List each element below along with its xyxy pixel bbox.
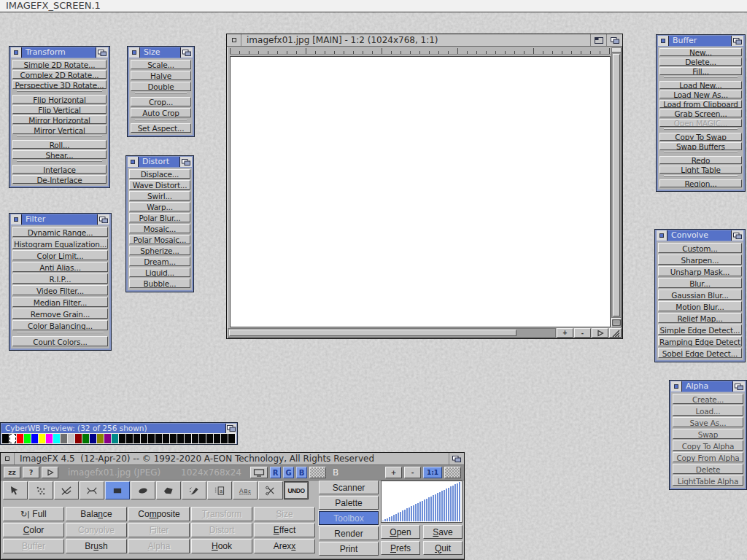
palette-button[interactable]: Polar Mosaic... — [129, 235, 190, 244]
palette-button[interactable]: Swap — [673, 429, 743, 439]
quit-button[interactable]: Quit — [423, 541, 462, 555]
color-swatch[interactable] — [133, 434, 140, 443]
zoom-in-button[interactable]: + — [557, 328, 573, 338]
zoom-ratio-button[interactable]: 1:1 — [423, 467, 442, 478]
color-swatch[interactable] — [2, 434, 9, 443]
scanner-button[interactable]: Scanner — [319, 481, 379, 494]
color-swatch[interactable] — [17, 434, 23, 443]
color-swatch[interactable] — [104, 434, 111, 443]
green-channel-button[interactable]: G — [283, 467, 294, 478]
palette-button[interactable]: Mirror Vertical — [12, 125, 107, 134]
color-swatch[interactable] — [214, 434, 220, 443]
palette-button[interactable]: Scale... — [131, 60, 191, 69]
close-icon[interactable] — [11, 47, 22, 58]
ellipse-tool[interactable] — [131, 481, 155, 499]
palette-button[interactable]: Color Limit... — [12, 250, 108, 260]
color-swatch[interactable] — [24, 434, 31, 443]
prefs-button[interactable]: Prefs — [381, 541, 420, 555]
alpha-button[interactable]: Alpha — [128, 539, 190, 553]
panel-toggle-button[interactable] — [611, 318, 622, 327]
palette-button[interactable]: Swirl... — [129, 191, 190, 201]
depth-gadget-icon[interactable] — [180, 47, 193, 58]
palette-button[interactable]: Ramping Edge Detect — [658, 336, 742, 346]
depth-gadget-icon[interactable] — [732, 381, 745, 392]
palette-button[interactable]: Displace... — [129, 169, 190, 179]
macro-play-button[interactable] — [42, 467, 58, 478]
palette-button[interactable]: Load... — [673, 405, 743, 416]
color-swatch[interactable] — [75, 434, 82, 443]
scrollbar-top-gadget[interactable] — [612, 48, 621, 52]
color-swatch[interactable] — [9, 434, 16, 443]
brush-tool[interactable] — [182, 481, 206, 499]
depth-gadget-icon[interactable] — [731, 36, 743, 46]
arexx-button[interactable]: Arexx — [254, 539, 315, 553]
toolbox-button[interactable]: Toolbox — [319, 511, 379, 525]
sleep-button[interactable]: zz — [4, 467, 20, 478]
palette-button[interactable]: Copy To Swap — [659, 133, 742, 141]
color-swatch[interactable] — [199, 434, 206, 443]
palette-button[interactable]: Color Balancing... — [12, 320, 108, 330]
close-icon[interactable] — [128, 157, 139, 167]
alpha-channel-button[interactable] — [309, 467, 326, 478]
close-icon[interactable] — [658, 36, 669, 46]
color-swatch[interactable] — [39, 434, 45, 443]
color-swatch[interactable] — [82, 434, 89, 443]
palette-button[interactable]: LightTable Alpha — [673, 475, 743, 486]
depth-gadget-icon[interactable] — [97, 214, 109, 225]
red-channel-button[interactable]: R — [270, 467, 281, 478]
vertical-scroll-thumb[interactable] — [613, 54, 620, 316]
color-swatch[interactable] — [119, 434, 125, 443]
palette-button[interactable]: Roll... — [12, 140, 107, 149]
palette-button[interactable]: Warp... — [129, 202, 190, 211]
palette-button[interactable]: Mosaic... — [129, 224, 190, 233]
vertical-scrollbar[interactable] — [611, 47, 622, 318]
palette-button[interactable]: Halve — [131, 71, 191, 80]
line-tool[interactable] — [54, 481, 79, 499]
close-icon[interactable] — [671, 381, 682, 392]
palette-button[interactable]: Spherize... — [129, 246, 190, 255]
help-button[interactable]: ? — [23, 467, 39, 478]
zoom-gadget-icon[interactable] — [590, 34, 606, 46]
box-tool[interactable] — [105, 481, 130, 499]
color-swatch[interactable] — [90, 434, 96, 443]
palette-button[interactable]: New... — [659, 48, 742, 56]
buffer-button[interactable]: Buffer — [3, 539, 64, 553]
image-canvas[interactable] — [230, 56, 611, 327]
curve-tool[interactable] — [80, 481, 104, 499]
palette-button[interactable]: Dream... — [129, 257, 190, 266]
open-button[interactable]: Open — [381, 525, 420, 539]
palette-button[interactable]: Video Filter... — [12, 285, 108, 295]
depth-gadget-icon[interactable] — [179, 157, 192, 167]
depth-gadget-icon[interactable] — [449, 453, 464, 464]
color-swatch[interactable] — [192, 434, 198, 443]
horizontal-scroll-thumb[interactable] — [229, 330, 516, 336]
palette-button[interactable]: Flip Horizontal — [12, 95, 107, 104]
color-swatch[interactable] — [148, 434, 155, 443]
depth-gadget-icon[interactable] — [225, 424, 236, 433]
palette-button[interactable]: Region... — [659, 179, 742, 187]
undo-button[interactable]: UNDO — [284, 481, 309, 499]
palette-button[interactable]: Polar Blur... — [129, 213, 190, 222]
palette-button[interactable]: Gaussian Blur... — [658, 289, 742, 300]
monitor-button[interactable] — [250, 467, 268, 478]
horizontal-scrollbar[interactable] — [228, 328, 556, 338]
close-icon[interactable] — [129, 47, 140, 58]
palette-button[interactable]: Custom... — [658, 243, 742, 253]
palette-button[interactable]: Perspective 3D Rotate... — [12, 80, 107, 89]
palette-button[interactable]: Motion Blur... — [658, 301, 742, 311]
palette-button[interactable]: Sobel Edge Detect... — [658, 348, 742, 358]
effect-button[interactable]: Effect — [254, 523, 315, 537]
palette-button[interactable]: Copy From Alpha — [673, 452, 743, 462]
palette-button[interactable]: Flip Vertical — [12, 105, 107, 114]
color-swatch[interactable] — [68, 434, 74, 443]
full-button[interactable]: ↻|Full — [3, 507, 64, 521]
palette-button[interactable]: De-Interlace — [12, 175, 107, 184]
palette-button[interactable]: Delete... — [659, 58, 742, 66]
render-button[interactable]: Render — [319, 526, 379, 540]
distort-button[interactable]: Distort — [191, 523, 252, 537]
play-button[interactable] — [592, 328, 608, 338]
convolve-button[interactable]: Convolve — [66, 523, 127, 537]
depth-gadget-icon[interactable] — [731, 230, 743, 241]
palette-button[interactable]: Simple 2D Rotate... — [12, 60, 107, 69]
palette-button[interactable]: Anti Alias... — [12, 262, 108, 272]
